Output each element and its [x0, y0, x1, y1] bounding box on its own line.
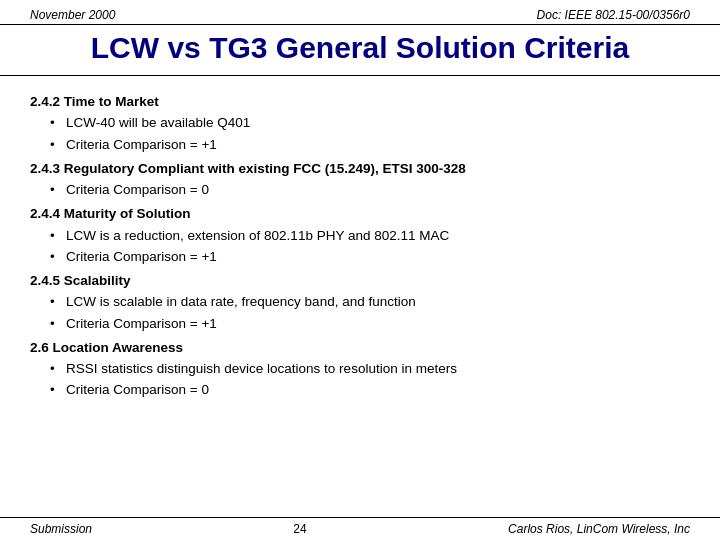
section-s242: 2.4.2 Time to MarketLCW-40 will be avail… [30, 92, 690, 155]
header-doc: Doc: IEEE 802.15-00/0356r0 [537, 8, 690, 22]
section-s245: 2.4.5 ScalabilityLCW is scalable in data… [30, 271, 690, 334]
bullet-item: LCW-40 will be available Q401 [50, 113, 690, 133]
bullet-item: Criteria Comparison = +1 [50, 247, 690, 267]
page-title: LCW vs TG3 General Solution Criteria [0, 25, 720, 76]
bullet-item: RSSI statistics distinguish device locat… [50, 359, 690, 379]
section-heading-s244: 2.4.4 Maturity of Solution [30, 204, 690, 224]
section-heading-s242: 2.4.2 Time to Market [30, 92, 690, 112]
bullet-item: LCW is a reduction, extension of 802.11b… [50, 226, 690, 246]
footer-submission: Submission [30, 522, 92, 536]
footer: Submission 24 Carlos Rios, LinCom Wirele… [0, 517, 720, 540]
header: November 2000 Doc: IEEE 802.15-00/0356r0 [0, 0, 720, 25]
bullet-list-s244: LCW is a reduction, extension of 802.11b… [50, 226, 690, 268]
content-area: 2.4.2 Time to MarketLCW-40 will be avail… [0, 76, 720, 517]
section-s243: 2.4.3 Regulatory Compliant with existing… [30, 159, 690, 201]
bullet-item: LCW is scalable in data rate, frequency … [50, 292, 690, 312]
footer-author: Carlos Rios, LinCom Wireless, Inc [508, 522, 690, 536]
bullet-item: Criteria Comparison = 0 [50, 180, 690, 200]
section-heading-s243: 2.4.3 Regulatory Compliant with existing… [30, 159, 690, 179]
bullet-list-s245: LCW is scalable in data rate, frequency … [50, 292, 690, 334]
bullet-item: Criteria Comparison = +1 [50, 314, 690, 334]
section-s244: 2.4.4 Maturity of SolutionLCW is a reduc… [30, 204, 690, 267]
bullet-item: Criteria Comparison = 0 [50, 380, 690, 400]
bullet-list-s243: Criteria Comparison = 0 [50, 180, 690, 200]
section-heading-s26: 2.6 Location Awareness [30, 338, 690, 358]
bullet-item: Criteria Comparison = +1 [50, 135, 690, 155]
page: November 2000 Doc: IEEE 802.15-00/0356r0… [0, 0, 720, 540]
bullet-list-s26: RSSI statistics distinguish device locat… [50, 359, 690, 401]
header-date: November 2000 [30, 8, 115, 22]
footer-page-number: 24 [293, 522, 306, 536]
section-heading-s245: 2.4.5 Scalability [30, 271, 690, 291]
bullet-list-s242: LCW-40 will be available Q401Criteria Co… [50, 113, 690, 155]
section-s26: 2.6 Location AwarenessRSSI statistics di… [30, 338, 690, 401]
